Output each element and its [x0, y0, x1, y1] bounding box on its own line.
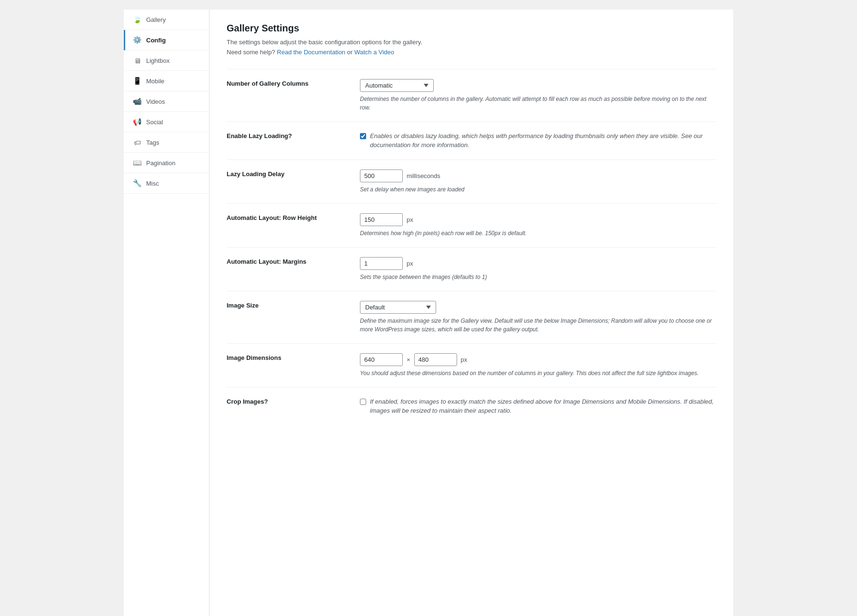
- settings-table: Number of Gallery Columns Automatic 1 2 …: [227, 69, 716, 425]
- sidebar-item-pagination[interactable]: 📖 Pagination: [124, 153, 209, 173]
- wrench-icon: 🔧: [133, 179, 141, 188]
- sidebar-item-lightbox[interactable]: 🖥 Lightbox: [124, 50, 209, 71]
- row-height-input[interactable]: [360, 213, 403, 226]
- sidebar-item-tags[interactable]: 🏷 Tags: [124, 132, 209, 153]
- image-size-description: Define the maximum image size for the Ga…: [360, 317, 716, 334]
- lazy-loading-delay-row: Lazy Loading Delay milliseconds Set a de…: [227, 159, 716, 203]
- crop-images-description: If enabled, forces images to exactly mat…: [370, 397, 716, 416]
- sidebar-item-label: Social: [146, 119, 163, 126]
- sidebar-item-gallery[interactable]: 🍃 Gallery: [124, 10, 209, 30]
- row-height-unit: px: [407, 216, 413, 223]
- image-size-select[interactable]: Default Thumbnail Medium Large Full Rand…: [360, 301, 436, 314]
- crop-images-label: Crop Images?: [227, 398, 268, 405]
- row-height-label: Automatic Layout: Row Height: [227, 214, 317, 221]
- sidebar-item-label: Pagination: [146, 159, 175, 167]
- sidebar-item-label: Gallery: [146, 16, 166, 23]
- margins-label: Automatic Layout: Margins: [227, 258, 307, 265]
- margins-input-group: px: [360, 257, 716, 270]
- lazy-loading-label: Enable Lazy Loading?: [227, 132, 292, 139]
- sidebar-item-mobile[interactable]: 📱 Mobile: [124, 71, 209, 91]
- sidebar-item-config[interactable]: ⚙️ Config: [124, 30, 209, 50]
- sidebar-item-videos[interactable]: 📹 Videos: [124, 91, 209, 112]
- sidebar-item-label: Misc: [146, 180, 159, 187]
- lazy-loading-delay-input[interactable]: [360, 169, 403, 182]
- margins-input[interactable]: [360, 257, 403, 270]
- image-dimensions-description: You should adjust these dimensions based…: [360, 369, 716, 378]
- sidebar-item-misc[interactable]: 🔧 Misc: [124, 173, 209, 194]
- page-description: The settings below adjust the basic conf…: [227, 38, 716, 58]
- sidebar-item-label: Tags: [146, 139, 159, 146]
- sidebar-item-label: Config: [146, 37, 166, 44]
- mobile-icon: 📱: [133, 77, 141, 85]
- image-width-input[interactable]: [360, 353, 403, 366]
- sidebar-item-social[interactable]: 📢 Social: [124, 112, 209, 132]
- tag-icon: 🏷: [133, 138, 141, 147]
- book-icon: 📖: [133, 159, 141, 167]
- page-title: Gallery Settings: [227, 23, 716, 34]
- crop-images-checkbox-row: If enabled, forces images to exactly mat…: [360, 397, 716, 416]
- lazy-loading-checkbox-row: Enables or disables lazy loading, which …: [360, 131, 716, 150]
- columns-label: Number of Gallery Columns: [227, 80, 309, 87]
- columns-row: Number of Gallery Columns Automatic 1 2 …: [227, 69, 716, 121]
- leaf-icon: 🍃: [133, 15, 141, 24]
- image-size-row: Image Size Default Thumbnail Medium Larg…: [227, 291, 716, 343]
- margins-unit: px: [407, 260, 413, 267]
- row-height-description: Determines how high (in pixels) each row…: [360, 229, 716, 238]
- gear-icon: ⚙️: [133, 36, 141, 44]
- sidebar-item-label: Lightbox: [146, 57, 169, 64]
- dimensions-separator: ×: [407, 356, 410, 363]
- row-height-input-group: px: [360, 213, 716, 226]
- sidebar: 🍃 Gallery ⚙️ Config 🖥 Lightbox 📱 Mobile …: [124, 10, 209, 616]
- crop-images-checkbox[interactable]: [360, 398, 366, 406]
- image-dimensions-label: Image Dimensions: [227, 354, 281, 361]
- crop-images-row: Crop Images? If enabled, forces images t…: [227, 387, 716, 425]
- doc-link[interactable]: Read the Documentation: [277, 49, 346, 56]
- sidebar-item-label: Videos: [146, 98, 165, 105]
- columns-select[interactable]: Automatic 1 2 3 4 5 6: [360, 79, 434, 92]
- lazy-loading-delay-unit: milliseconds: [407, 172, 440, 179]
- lazy-loading-delay-description: Set a delay when new images are loaded: [360, 185, 716, 194]
- image-dimensions-unit: px: [461, 356, 468, 363]
- lazy-loading-delay-input-group: milliseconds: [360, 169, 716, 182]
- screen-icon: 🖥: [133, 56, 141, 65]
- margins-row: Automatic Layout: Margins px Sets the sp…: [227, 247, 716, 291]
- main-content: Gallery Settings The settings below adju…: [209, 10, 733, 616]
- lazy-loading-delay-label: Lazy Loading Delay: [227, 170, 284, 178]
- lazy-loading-row: Enable Lazy Loading? Enables or disables…: [227, 121, 716, 159]
- video-icon: 📹: [133, 97, 141, 106]
- image-size-label: Image Size: [227, 302, 259, 309]
- image-dimensions-input-group: × px: [360, 353, 716, 366]
- image-dimensions-row: Image Dimensions × px You should adjust …: [227, 343, 716, 387]
- image-height-input[interactable]: [414, 353, 457, 366]
- video-link[interactable]: Watch a Video: [354, 49, 394, 56]
- lazy-loading-description: Enables or disables lazy loading, which …: [370, 131, 716, 150]
- lazy-loading-checkbox[interactable]: [360, 132, 366, 140]
- columns-description: Determines the number of columns in the …: [360, 95, 716, 112]
- sidebar-item-label: Mobile: [146, 78, 164, 85]
- share-icon: 📢: [133, 118, 141, 126]
- margins-description: Sets the space between the images (defau…: [360, 273, 716, 281]
- row-height-row: Automatic Layout: Row Height px Determin…: [227, 203, 716, 247]
